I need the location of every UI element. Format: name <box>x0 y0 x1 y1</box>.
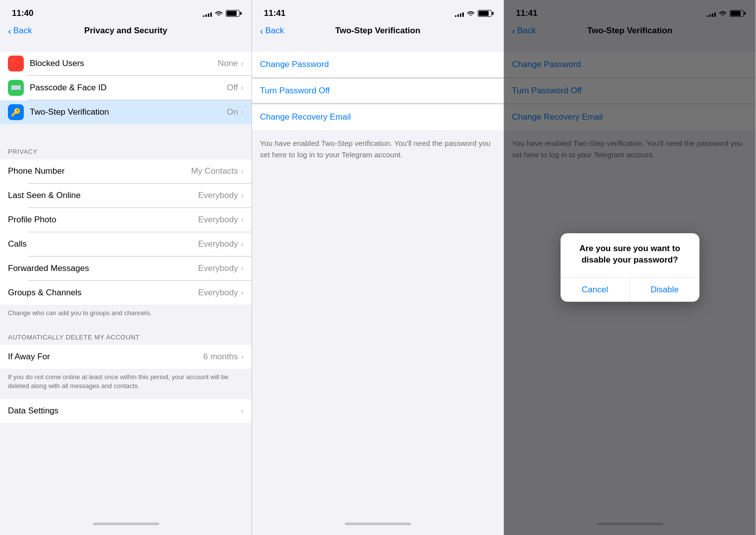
battery-icon-1 <box>226 10 240 17</box>
page-title-1: Privacy and Security <box>84 26 167 36</box>
change-password-item-2[interactable]: Change Password <box>252 52 504 77</box>
groups-label: Groups & Channels <box>8 288 198 298</box>
battery-icon-2 <box>478 10 492 17</box>
status-time-2: 11:41 <box>264 8 285 18</box>
privacy-section-header: PRIVACY <box>0 140 252 159</box>
list-item-forwarded[interactable]: Forwarded Messages Everybody › <box>0 257 252 280</box>
alert-overlay: Are you sure you want to disable your pa… <box>504 0 756 535</box>
blocked-users-chevron: › <box>241 59 244 68</box>
alert-actions: Cancel Disable <box>561 277 699 302</box>
signal-icon-2 <box>455 10 464 17</box>
list-item-profile-photo[interactable]: Profile Photo Everybody › <box>0 208 252 232</box>
status-icons-1 <box>203 10 240 17</box>
back-button-2[interactable]: ‹ Back <box>260 26 284 36</box>
content-1: 🚫 Blocked Users None › ⌨️ Passcode & Fac… <box>0 42 252 519</box>
list-item-away[interactable]: If Away For 6 months › <box>0 345 252 369</box>
nav-bar-2: ‹ Back Two-Step Verification <box>252 24 504 42</box>
nav-bar-1: ‹ Back Privacy and Security <box>0 24 252 42</box>
last-seen-value: Everybody <box>198 191 238 201</box>
passcode-label: Passcode & Face ID <box>30 83 227 93</box>
panel-privacy-security: 11:40 ‹ Back Privacy and Security <box>0 0 252 535</box>
change-password-label-2: Change Password <box>260 60 329 69</box>
privacy-list: Phone Number My Contacts › Last Seen & O… <box>0 159 252 305</box>
list-item-two-step[interactable]: 🔑 Two-Step Verification On › <box>0 100 252 124</box>
away-label: If Away For <box>8 352 203 362</box>
status-bar-2: 11:41 <box>252 0 504 24</box>
back-chevron-1: ‹ <box>8 26 11 36</box>
passcode-value: Off <box>227 83 238 93</box>
phone-value: My Contacts <box>191 166 238 176</box>
change-recovery-item-2[interactable]: Change Recovery Email <box>252 104 504 130</box>
main-list-1: 🚫 Blocked Users None › ⌨️ Passcode & Fac… <box>0 52 252 124</box>
back-chevron-2: ‹ <box>260 26 263 36</box>
delete-list: If Away For 6 months › <box>0 345 252 369</box>
status-icons-2 <box>455 10 492 17</box>
home-indicator-1 <box>93 523 159 525</box>
delete-section-header: AUTOMATICALLY DELETE MY ACCOUNT <box>0 326 252 345</box>
list-item-calls[interactable]: Calls Everybody › <box>0 232 252 256</box>
two-step-icon: 🔑 <box>8 104 24 120</box>
list-item-phone[interactable]: Phone Number My Contacts › <box>0 159 252 183</box>
disable-button[interactable]: Disable <box>630 278 699 302</box>
tsv-list-2: Change Password Turn Password Off Change… <box>252 52 504 130</box>
back-button-1[interactable]: ‹ Back <box>8 26 32 36</box>
passcode-icon: ⌨️ <box>8 80 24 96</box>
data-settings-label: Data Settings <box>8 406 241 416</box>
blocked-users-value: None <box>218 59 238 68</box>
back-label-1: Back <box>13 26 32 36</box>
panel-two-step-1: 11:41 ‹ Back Two-Step Verification <box>252 0 504 535</box>
profile-photo-value: Everybody <box>198 215 238 225</box>
home-indicator-2 <box>345 523 411 525</box>
cancel-button[interactable]: Cancel <box>561 278 630 302</box>
passcode-chevron: › <box>241 83 244 92</box>
signal-icon-1 <box>203 10 212 17</box>
profile-photo-label: Profile Photo <box>8 215 198 225</box>
wifi-icon-1 <box>215 10 223 17</box>
delete-footer: If you do not come online at least once … <box>0 369 252 399</box>
last-seen-label: Last Seen & Online <box>8 191 198 201</box>
blocked-users-label: Blocked Users <box>30 59 218 68</box>
change-recovery-label-2: Change Recovery Email <box>260 112 351 122</box>
forwarded-label: Forwarded Messages <box>8 264 198 273</box>
two-step-label: Two-Step Verification <box>30 107 227 117</box>
calls-label: Calls <box>8 239 198 249</box>
status-bar-1: 11:40 <box>0 0 252 24</box>
turn-password-off-label-2: Turn Password Off <box>260 86 330 96</box>
calls-value: Everybody <box>198 239 238 249</box>
turn-password-off-item-2[interactable]: Turn Password Off <box>252 78 504 104</box>
list-item-last-seen[interactable]: Last Seen & Online Everybody › <box>0 184 252 207</box>
list-item-data-settings[interactable]: Data Settings › <box>0 399 252 423</box>
alert-title: Are you sure you want to disable your pa… <box>568 243 692 265</box>
away-value: 6 months <box>203 352 238 362</box>
data-settings-list: Data Settings › <box>0 399 252 423</box>
tsv-description-2: You have enabled Two-Step verification. … <box>252 130 504 168</box>
content-2: Change Password Turn Password Off Change… <box>252 42 504 519</box>
panel-two-step-2: 11:41 ‹ Back Two-Step Verification <box>504 0 756 535</box>
groups-value: Everybody <box>198 288 238 298</box>
two-step-value: On <box>227 107 238 117</box>
page-title-2: Two-Step Verification <box>335 26 421 36</box>
privacy-footer: Change who can add you to groups and cha… <box>0 305 252 326</box>
alert-dialog: Are you sure you want to disable your pa… <box>561 233 699 301</box>
list-item-groups[interactable]: Groups & Channels Everybody › <box>0 281 252 305</box>
two-step-chevron: › <box>241 108 244 117</box>
back-label-2: Back <box>265 26 284 36</box>
alert-content: Are you sure you want to disable your pa… <box>561 233 699 277</box>
blocked-users-icon: 🚫 <box>8 56 24 71</box>
phone-label: Phone Number <box>8 166 191 176</box>
forwarded-value: Everybody <box>198 264 238 273</box>
list-item-passcode[interactable]: ⌨️ Passcode & Face ID Off › <box>0 76 252 100</box>
status-time-1: 11:40 <box>12 8 33 18</box>
list-item-blocked-users[interactable]: 🚫 Blocked Users None › <box>0 52 252 75</box>
wifi-icon-2 <box>467 10 475 17</box>
